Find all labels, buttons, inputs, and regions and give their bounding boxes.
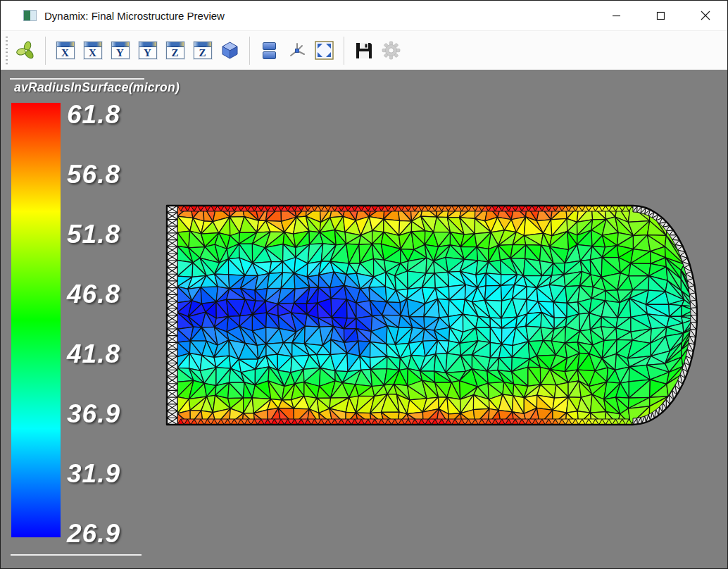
view-x-plus-button[interactable]: X: [54, 37, 77, 64]
legend-tick-label: 46.8: [67, 280, 120, 309]
save-scene-button[interactable]: [352, 37, 375, 64]
scalar-bar-widget[interactable]: avRadiusInSurface(micron) 61.856.851.846…: [1, 70, 159, 568]
settings-gear-icon: [382, 41, 401, 60]
view-x-minus-button[interactable]: X: [81, 37, 104, 64]
axis-view-icon: X: [84, 42, 102, 59]
axis-view-icon: Y: [111, 42, 130, 59]
view-y-plus-button[interactable]: Y: [108, 37, 132, 64]
axis-view-buttons: XXYYZZ: [54, 37, 214, 64]
window-title: Dynamix: Final Microstructure Preview: [44, 10, 225, 22]
mayavi-logo-button[interactable]: [14, 37, 37, 64]
view-z-plus-button[interactable]: Z: [163, 37, 187, 64]
isometric-view-button[interactable]: [218, 37, 241, 64]
parallel-projection-icon: [263, 42, 276, 59]
legend-frame-line-bottom: [11, 554, 142, 556]
close-button[interactable]: [683, 1, 727, 30]
minimize-button[interactable]: [594, 1, 639, 30]
close-icon: [701, 11, 710, 20]
axis-view-icon: Z: [194, 42, 212, 59]
axis-view-icon: Y: [139, 42, 157, 59]
axis-view-icon: Z: [166, 42, 184, 59]
view-y-minus-button[interactable]: Y: [136, 37, 159, 64]
colorbar-gradient[interactable]: [11, 103, 61, 537]
orientation-axes-icon: [288, 42, 306, 60]
legend-tick-label: 36.9: [67, 399, 120, 429]
toolbar-separator: [249, 37, 250, 65]
app-window: Dynamix: Final Microstructure Preview: [0, 0, 728, 569]
legend-tick-label: 26.9: [67, 519, 120, 549]
mayavi-logo-icon: [16, 41, 36, 61]
toolbar-separator: [344, 37, 344, 65]
minimize-icon: [612, 11, 621, 20]
save-floppy-icon: [355, 42, 373, 60]
app-icon: [23, 10, 37, 21]
legend-tick-labels: 61.856.851.846.841.836.931.926.9: [67, 70, 158, 568]
toolbar: XXYYZZ: [1, 31, 727, 70]
toolbar-grip-handle[interactable]: [5, 35, 8, 66]
axis-view-icon: X: [56, 42, 75, 59]
legend-tick-label: 56.8: [67, 160, 120, 189]
fullscreen-arrows-icon: [315, 41, 334, 60]
scene-viewport[interactable]: avRadiusInSurface(micron) 61.856.851.846…: [1, 70, 727, 568]
view-z-minus-button[interactable]: Z: [191, 37, 214, 64]
toolbar-separator: [45, 37, 46, 65]
fullscreen-button[interactable]: [313, 37, 336, 64]
titlebar[interactable]: Dynamix: Final Microstructure Preview: [1, 1, 727, 31]
settings-button[interactable]: [379, 37, 403, 64]
window-controls: [594, 1, 727, 30]
legend-tick-label: 41.8: [67, 339, 120, 369]
legend-tick-label: 61.8: [67, 100, 120, 130]
legend-tick-label: 51.8: [67, 220, 120, 249]
parallel-projection-button[interactable]: [258, 37, 281, 64]
isometric-cube-icon: [220, 41, 239, 60]
maximize-icon: [656, 11, 665, 20]
legend-tick-label: 31.9: [67, 459, 120, 489]
axes-toggle-button[interactable]: [285, 37, 308, 64]
maximize-button[interactable]: [639, 1, 683, 30]
